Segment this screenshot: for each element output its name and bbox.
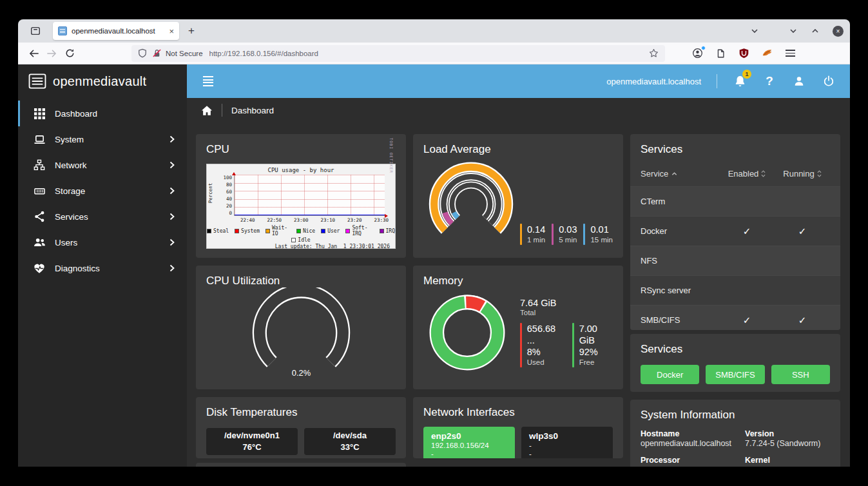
column-header-running[interactable]: Running	[775, 169, 830, 179]
column-3: Services Service Enabled	[630, 134, 840, 467]
rrdtool-watermark: RRDTOOL / TOBI OETIKER	[389, 134, 394, 173]
browser-window: openmediavault.localhost × + ×	[18, 19, 850, 467]
url-bar[interactable]: Not Secure http://192.168.0.156/#/dashbo…	[131, 45, 665, 62]
sidebar-item-storage[interactable]: Storage	[18, 178, 187, 204]
ublock-origin-button[interactable]	[735, 45, 753, 62]
menu-button[interactable]	[781, 45, 799, 62]
back-button[interactable]	[24, 45, 43, 62]
logout-button[interactable]	[822, 74, 836, 88]
legend-bar	[572, 323, 574, 367]
extension2-icon	[762, 48, 773, 59]
load-legend-item: 0.03 5 min	[552, 224, 577, 245]
forward-button[interactable]	[43, 45, 61, 62]
ublock-shield-icon	[738, 48, 749, 59]
extension2-button[interactable]	[758, 45, 776, 62]
arrow-left-icon	[28, 49, 39, 58]
sidebar-toggle-button[interactable]	[201, 74, 215, 88]
column-header-service[interactable]: Service	[641, 169, 719, 179]
legend-bar	[552, 224, 554, 245]
omv-app: openmediavault Dashboard	[18, 64, 850, 467]
memory-total-value: 7.64 GiB	[520, 298, 613, 308]
check-icon: ✓	[798, 226, 807, 237]
memory-total-label: Total	[520, 309, 613, 316]
sort-icon	[817, 170, 822, 177]
service-button-smbcifs[interactable]: SMB/CIFS	[706, 365, 764, 384]
header-divider	[717, 74, 717, 88]
system-information-grid: Hostname openmediavault.localhost Versio…	[641, 429, 830, 467]
card-title: Disk Temperatures	[206, 406, 396, 419]
insecure-lock-icon[interactable]	[152, 48, 162, 58]
table-row: SMB/CIFS ✓ ✓	[630, 305, 840, 330]
sidebar-item-diagnostics[interactable]: Diagnostics	[18, 255, 187, 281]
disk-name: /dev/sda	[333, 430, 367, 442]
legend-swatch	[345, 229, 350, 233]
window-minimize-button[interactable]	[789, 26, 798, 35]
firefox-view-button[interactable]	[27, 23, 44, 39]
account-button[interactable]	[688, 45, 706, 62]
sidebar-item-label: System	[55, 135, 169, 144]
services-buttons-card: Services Docker SMB/CIFS SSH	[630, 334, 840, 392]
sysinfo-field: Version 7.7.24-5 (Sandworm)	[745, 429, 830, 448]
sidebar: openmediavault Dashboard	[18, 64, 187, 467]
reload-button[interactable]	[61, 45, 79, 62]
list-all-tabs-button[interactable]	[750, 26, 759, 35]
breadcrumb: Dashboard	[187, 98, 850, 122]
graph-plot-area	[234, 175, 385, 216]
sidebar-item-network[interactable]: Network	[18, 152, 187, 178]
column-1: CPU CPU usage - by hour Percent 10080 60…	[196, 134, 406, 467]
power-icon	[823, 75, 834, 87]
service-button-docker[interactable]: Docker	[641, 365, 699, 384]
dashboard-grid-icon	[33, 107, 46, 120]
legend-swatch	[296, 229, 301, 233]
legend-swatch	[235, 229, 239, 233]
sidebar-item-system[interactable]: System	[18, 126, 187, 152]
help-button[interactable]: ?	[762, 74, 776, 88]
new-tab-button[interactable]: +	[188, 24, 195, 37]
interface-name: enp2s0	[431, 431, 507, 441]
check-icon: ✓	[798, 315, 807, 326]
dashboard-content: CPU CPU usage - by hour Percent 10080 60…	[187, 122, 850, 467]
tab-close-icon[interactable]: ×	[169, 26, 174, 36]
browser-toolbar: Not Secure http://192.168.0.156/#/dashbo…	[18, 43, 850, 64]
home-icon[interactable]	[201, 105, 213, 116]
sysinfo-field: Kernel Linux 6.1.0-41-amd64	[745, 456, 830, 467]
bookmark-star-icon[interactable]	[649, 48, 659, 58]
sidebar-item-label: Dashboard	[55, 109, 175, 119]
graph-yticks: 10080 6040 200	[215, 175, 234, 216]
service-button-ssh[interactable]: SSH	[771, 365, 830, 384]
notifications-button[interactable]: 1	[733, 74, 747, 88]
column-header-enabled[interactable]: Enabled	[719, 169, 775, 179]
legend-bar	[520, 323, 522, 367]
service-name: CTerm	[641, 197, 719, 206]
window-maximize-button[interactable]	[811, 26, 820, 35]
storage-icon	[33, 184, 46, 197]
chevron-up-icon	[811, 26, 820, 35]
memory-used-stat: 656.68 ... 8% Used	[520, 323, 563, 367]
extension-button[interactable]	[711, 45, 729, 62]
omv-logo-icon	[28, 73, 46, 89]
cpu-utilization-card: CPU Utilization 0.2%	[196, 266, 406, 389]
legend-swatch	[265, 229, 270, 233]
question-icon: ?	[766, 74, 773, 88]
window-close-button[interactable]: ×	[833, 26, 844, 37]
memory-donut-chart	[423, 289, 511, 376]
sidebar-item-label: Network	[55, 160, 169, 170]
disk-temperatures-card: Disk Temperatures /dev/nvme0n1 76°C /dev…	[196, 397, 406, 458]
sidebar-item-dashboard[interactable]: Dashboard	[18, 101, 187, 126]
url-text[interactable]: http://192.168.0.156/#/dashboard	[209, 50, 649, 57]
sidebar-item-users[interactable]: Users	[18, 229, 187, 255]
user-menu-button[interactable]	[792, 74, 806, 88]
graph-legend: Steal System Wait-IO Nice User Soft-IRQ …	[207, 225, 395, 237]
system-information-card: System Information Hostname openmediavau…	[630, 400, 840, 467]
heart-pulse-icon	[33, 262, 46, 275]
shield-permissions-icon[interactable]	[138, 48, 147, 58]
check-icon: ✓	[743, 226, 751, 237]
axis-arrow-icon	[232, 172, 236, 175]
browser-tab[interactable]: openmediavault.localhost ×	[53, 22, 179, 40]
sort-asc-icon	[671, 171, 677, 176]
sidebar-item-services[interactable]: Services	[18, 204, 187, 229]
card-title: Load Average	[423, 143, 613, 156]
legend-bar	[583, 224, 585, 245]
partially-visible-card	[196, 463, 406, 467]
cpu-rrd-graph: CPU usage - by hour Percent 10080 6040 2…	[206, 164, 396, 249]
